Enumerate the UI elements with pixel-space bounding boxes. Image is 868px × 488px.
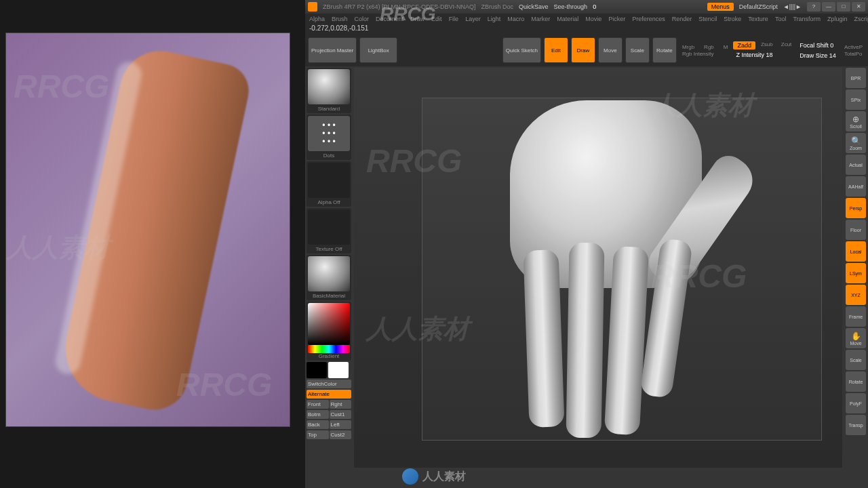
- doc-name: ZBrush Doc: [481, 3, 514, 10]
- view-top-button[interactable]: Top: [307, 430, 329, 439]
- menu-preferences[interactable]: Preferences: [632, 16, 665, 22]
- menu-render[interactable]: Render: [672, 16, 692, 22]
- menu-alpha[interactable]: Alpha: [309, 16, 325, 22]
- move-button[interactable]: Move: [598, 37, 623, 63]
- stroke-thumb-icon: [308, 116, 350, 151]
- menu-layer[interactable]: Layer: [465, 16, 481, 22]
- lsym-button[interactable]: LSym: [846, 263, 866, 283]
- menu-brush[interactable]: Brush: [332, 16, 348, 22]
- scale-button[interactable]: Scale: [625, 37, 650, 63]
- z-intensity-slider[interactable]: Z Intensity 18: [733, 50, 794, 60]
- view-right-button[interactable]: Rght: [330, 400, 352, 409]
- color-picker-icon[interactable]: [308, 303, 350, 345]
- spix-button[interactable]: SPix: [846, 89, 866, 110]
- seethrough-value[interactable]: 0: [593, 3, 596, 10]
- switchcolor-button[interactable]: SwitchColor: [307, 380, 351, 388]
- menu-zscript[interactable]: Zscript: [854, 16, 868, 22]
- rgb-intensity-slider[interactable]: Rgb Intensity: [679, 51, 731, 57]
- window-title: ZBrush 4R7 P2 (x64) [PLMN-RPCF-QDFS-DBVI…: [323, 3, 476, 10]
- menu-marker[interactable]: Marker: [531, 16, 550, 22]
- logo-text: 人人素材: [422, 470, 466, 484]
- projection-master-button[interactable]: Projection Master: [308, 37, 357, 63]
- viewport[interactable]: [422, 98, 822, 441]
- texture-selector[interactable]: Texture Off: [307, 208, 351, 253]
- color-swatches: [307, 362, 351, 378]
- view-front-button[interactable]: Front: [307, 400, 329, 409]
- edit-button[interactable]: Edit: [544, 37, 568, 63]
- hand-sculpt-mesh[interactable]: [462, 98, 781, 441]
- alternate-button[interactable]: Alternate: [307, 390, 351, 399]
- menu-transform[interactable]: Transform: [793, 16, 821, 22]
- quicksave-label[interactable]: QuickSave: [519, 3, 549, 10]
- menu-draw[interactable]: Draw: [410, 16, 425, 22]
- maximize-button[interactable]: □: [837, 2, 850, 12]
- persp-button[interactable]: Persp: [846, 198, 866, 218]
- view-cust2-button[interactable]: Cust2: [330, 430, 352, 439]
- scroll-icon: ⊕: [852, 115, 859, 124]
- zscript-name[interactable]: DefaultZScript: [739, 3, 778, 10]
- view-back-button[interactable]: Back: [307, 420, 329, 429]
- view-cust1-button[interactable]: Cust1: [330, 410, 352, 419]
- menu-texture[interactable]: Texture: [748, 16, 768, 22]
- brush-selector[interactable]: Standard: [307, 68, 351, 113]
- menu-movie[interactable]: Movie: [585, 16, 601, 22]
- material-selector[interactable]: BasicMaterial: [307, 255, 351, 300]
- actual-button[interactable]: Actual: [846, 155, 866, 175]
- swatch-secondary[interactable]: [328, 362, 349, 378]
- menu-stroke[interactable]: Stroke: [724, 16, 741, 22]
- menu-zplugin[interactable]: Zplugin: [827, 16, 848, 22]
- move-nav-button[interactable]: ✋Move: [846, 328, 866, 348]
- scale-nav-button[interactable]: Scale: [846, 350, 866, 370]
- menu-stencil[interactable]: Stencil: [698, 16, 717, 22]
- quicksketch-button[interactable]: Quick Sketch: [502, 37, 541, 63]
- bpr-button[interactable]: BPR: [846, 68, 866, 88]
- stroke-selector[interactable]: Dots: [307, 115, 351, 160]
- cursor-coordinates: -0.272,0.028,-0.151: [305, 24, 868, 34]
- canvas-area[interactable]: [354, 68, 842, 468]
- view-left-button[interactable]: Left: [330, 420, 352, 429]
- alpha-selector[interactable]: Alpha Off: [307, 161, 351, 207]
- menu-edit[interactable]: Edit: [431, 16, 442, 22]
- menu-tool[interactable]: Tool: [775, 16, 787, 22]
- view-bottom-button[interactable]: Botm: [307, 410, 329, 419]
- xyz-button[interactable]: XYZ: [846, 285, 866, 305]
- menu-light[interactable]: Light: [488, 16, 501, 22]
- aahalf-button[interactable]: AAHalf: [846, 176, 866, 197]
- rotate-nav-button[interactable]: Rotate: [846, 371, 866, 392]
- m-button[interactable]: M: [721, 44, 731, 50]
- menu-color[interactable]: Color: [355, 16, 370, 22]
- zbrush-icon: [308, 2, 317, 12]
- floor-button[interactable]: Floor: [846, 220, 866, 240]
- zoom-button[interactable]: 🔍Zoom: [846, 133, 866, 153]
- zsub-button[interactable]: Zsub: [758, 41, 776, 49]
- pager-controls[interactable]: ◄||||►: [783, 3, 802, 10]
- zcut-button[interactable]: Zcut: [778, 41, 795, 49]
- alpha-thumb-icon: [308, 163, 350, 198]
- polyf-button[interactable]: PolyF: [846, 393, 866, 413]
- menu-picker[interactable]: Picker: [608, 16, 625, 22]
- minimize-button[interactable]: —: [822, 2, 835, 12]
- help-button[interactable]: ?: [807, 2, 821, 12]
- hue-slider[interactable]: [308, 345, 350, 353]
- draw-button[interactable]: Draw: [571, 37, 595, 63]
- zadd-button[interactable]: Zadd: [733, 41, 755, 49]
- focal-shift-slider[interactable]: Focal Shift 0: [797, 41, 839, 50]
- transp-button[interactable]: Transp: [846, 415, 866, 435]
- close-button[interactable]: ✕: [852, 2, 865, 12]
- color-picker-panel[interactable]: Gradient: [307, 302, 351, 361]
- menu-macro[interactable]: Macro: [507, 16, 524, 22]
- frame-button[interactable]: Frame: [846, 306, 866, 327]
- lightbox-button[interactable]: LightBox: [359, 37, 397, 63]
- menu-document[interactable]: Document: [376, 16, 403, 22]
- mrgb-button[interactable]: Mrgb: [679, 44, 697, 50]
- local-button[interactable]: Local: [846, 241, 866, 262]
- brush-label: Standard: [318, 106, 340, 112]
- menus-button[interactable]: Menus: [707, 3, 734, 11]
- rgb-button[interactable]: Rgb: [701, 44, 717, 50]
- swatch-main[interactable]: [307, 362, 327, 378]
- scroll-button[interactable]: ⊕Scroll: [846, 111, 866, 131]
- rotate-button[interactable]: Rotate: [652, 37, 677, 63]
- menu-file[interactable]: File: [449, 16, 459, 22]
- draw-size-slider[interactable]: Draw Size 14: [797, 51, 839, 60]
- menu-material[interactable]: Material: [557, 16, 578, 22]
